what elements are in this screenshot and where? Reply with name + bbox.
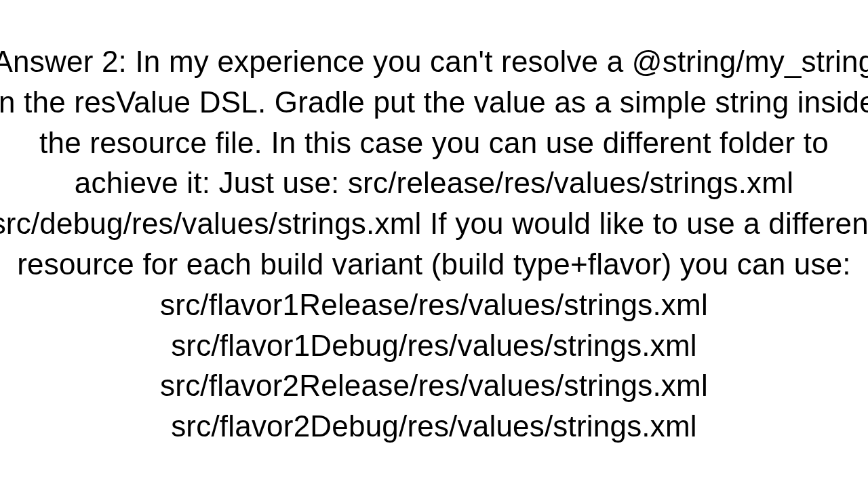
answer-text: Answer 2: In my experience you can't res… [0,41,868,447]
